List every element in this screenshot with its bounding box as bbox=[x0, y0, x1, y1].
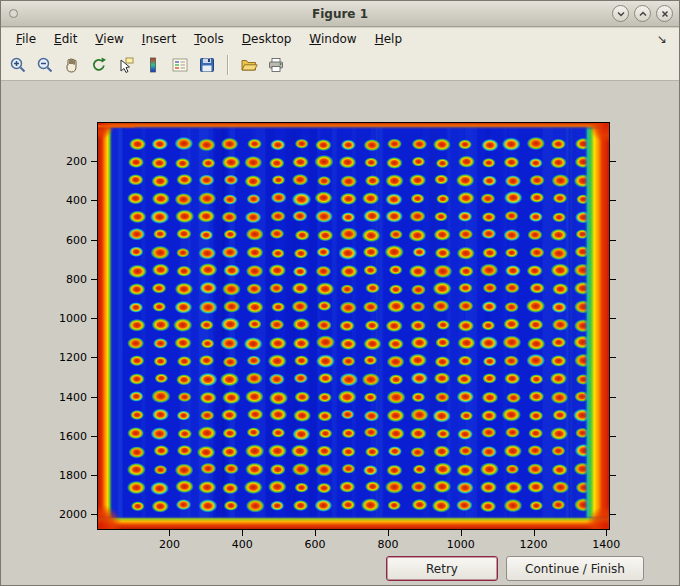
menu-file[interactable]: File bbox=[7, 30, 45, 48]
menu-help[interactable]: Help bbox=[366, 30, 411, 48]
rotate-3d-button[interactable] bbox=[87, 53, 111, 77]
maximize-button[interactable] bbox=[634, 5, 651, 22]
legend-icon bbox=[171, 56, 189, 74]
x-tick-label: 1200 bbox=[520, 538, 548, 551]
x-tick-mark bbox=[461, 530, 462, 536]
menu-tools[interactable]: Tools bbox=[185, 30, 233, 48]
y-tick-mark bbox=[610, 279, 616, 280]
y-tick-label: 1800 bbox=[59, 469, 87, 482]
x-tick-label: 1000 bbox=[447, 538, 475, 551]
y-tick-mark bbox=[91, 397, 97, 398]
y-tick-label: 1600 bbox=[59, 429, 87, 442]
y-tick-label: 1400 bbox=[59, 390, 87, 403]
y-tick-mark bbox=[91, 357, 97, 358]
window-controls bbox=[612, 5, 673, 22]
microarray-image[interactable] bbox=[97, 122, 610, 530]
cursor-icon bbox=[117, 56, 135, 74]
menu-window[interactable]: Window bbox=[300, 30, 365, 48]
y-tick-label: 800 bbox=[66, 272, 87, 285]
y-tick-mark bbox=[91, 436, 97, 437]
axes: 2004006008001000120014002004006008001000… bbox=[97, 122, 610, 530]
toolbar bbox=[1, 50, 679, 81]
pan-button[interactable] bbox=[60, 53, 84, 77]
save-figure-button[interactable] bbox=[195, 53, 219, 77]
y-tick-mark bbox=[91, 200, 97, 201]
y-tick-mark bbox=[610, 240, 616, 241]
chevron-up-icon bbox=[638, 9, 648, 19]
x-tick-label: 400 bbox=[232, 538, 253, 551]
x-tick-mark bbox=[388, 530, 389, 536]
y-tick-label: 200 bbox=[66, 155, 87, 168]
y-tick-mark bbox=[91, 475, 97, 476]
figure-window: Figure 1 FileEditViewInsertToolsDesktopW… bbox=[0, 0, 680, 586]
dock-figure-icon[interactable]: ↘ bbox=[657, 32, 673, 46]
window-title: Figure 1 bbox=[312, 7, 368, 21]
y-tick-label: 2000 bbox=[59, 508, 87, 521]
y-tick-mark bbox=[91, 514, 97, 515]
insert-colorbar-button[interactable] bbox=[141, 53, 165, 77]
x-tick-mark bbox=[315, 530, 316, 536]
menu-insert[interactable]: Insert bbox=[133, 30, 185, 48]
y-tick-label: 400 bbox=[66, 194, 87, 207]
data-cursor-button[interactable] bbox=[114, 53, 138, 77]
rotate-icon bbox=[90, 56, 108, 74]
close-icon bbox=[660, 9, 670, 19]
y-tick-mark bbox=[610, 200, 616, 201]
zoom-in-button[interactable] bbox=[6, 53, 30, 77]
x-tick-mark bbox=[534, 530, 535, 536]
shade-button[interactable] bbox=[612, 5, 629, 22]
menubar-items: FileEditViewInsertToolsDesktopWindowHelp bbox=[7, 30, 411, 48]
continue-finish-button[interactable]: Continue / Finish bbox=[506, 556, 644, 581]
y-tick-mark bbox=[91, 318, 97, 319]
close-button[interactable] bbox=[656, 5, 673, 22]
insert-legend-button[interactable] bbox=[168, 53, 192, 77]
y-tick-mark bbox=[610, 514, 616, 515]
print-figure-button[interactable] bbox=[264, 53, 288, 77]
y-tick-mark bbox=[610, 475, 616, 476]
folder-open-icon bbox=[240, 56, 258, 74]
x-tick-mark bbox=[169, 530, 170, 536]
menu-edit[interactable]: Edit bbox=[45, 30, 86, 48]
zoom-in-icon bbox=[9, 56, 27, 74]
menu-view[interactable]: View bbox=[86, 30, 132, 48]
x-tick-mark bbox=[606, 530, 607, 536]
titlebar[interactable]: Figure 1 bbox=[1, 1, 679, 27]
colorbar-icon bbox=[144, 56, 162, 74]
open-file-button[interactable] bbox=[237, 53, 261, 77]
y-tick-mark bbox=[91, 279, 97, 280]
zoom-out-icon bbox=[36, 56, 54, 74]
y-tick-label: 600 bbox=[66, 233, 87, 246]
y-tick-label: 1000 bbox=[59, 312, 87, 325]
zoom-out-button[interactable] bbox=[33, 53, 57, 77]
x-tick-label: 600 bbox=[305, 538, 326, 551]
window-menu-icon[interactable] bbox=[9, 9, 18, 18]
y-tick-mark bbox=[91, 240, 97, 241]
chevron-down-icon bbox=[616, 9, 626, 19]
y-tick-mark bbox=[610, 318, 616, 319]
y-tick-mark bbox=[91, 161, 97, 162]
y-tick-mark bbox=[610, 357, 616, 358]
printer-icon bbox=[267, 56, 285, 74]
x-tick-label: 800 bbox=[377, 538, 398, 551]
y-tick-mark bbox=[610, 161, 616, 162]
x-tick-label: 200 bbox=[159, 538, 180, 551]
y-tick-mark bbox=[610, 397, 616, 398]
toolbar-separator bbox=[227, 55, 229, 75]
figure-canvas-area: 2004006008001000120014002004006008001000… bbox=[1, 81, 680, 586]
menubar: FileEditViewInsertToolsDesktopWindowHelp… bbox=[1, 28, 679, 50]
menu-desktop[interactable]: Desktop bbox=[233, 30, 301, 48]
floppy-save-icon bbox=[198, 56, 216, 74]
x-tick-mark bbox=[242, 530, 243, 536]
y-tick-mark bbox=[610, 436, 616, 437]
retry-button[interactable]: Retry bbox=[386, 556, 498, 581]
x-tick-label: 1400 bbox=[592, 538, 620, 551]
hand-icon bbox=[63, 56, 81, 74]
y-tick-label: 1200 bbox=[59, 351, 87, 364]
